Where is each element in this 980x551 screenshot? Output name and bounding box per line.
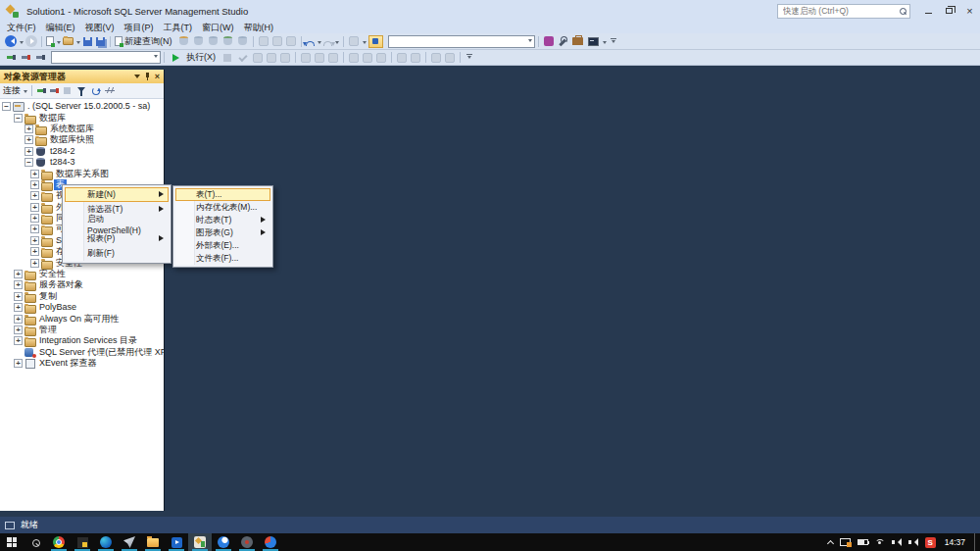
quick-launch-box[interactable]: [777, 4, 910, 19]
client-statistics-button[interactable]: [313, 53, 326, 63]
new-dropdown-icon[interactable]: [57, 41, 61, 46]
uncomment-button[interactable]: [409, 53, 422, 63]
menu-item[interactable]: 内存优化表(M)...: [175, 201, 270, 214]
undo-dropdown-icon[interactable]: [318, 41, 321, 46]
feedback-button[interactable]: [368, 35, 384, 48]
tree-node[interactable]: . (SQL Server 15.0.2000.5 - sa): [0, 101, 164, 112]
activity-monitor-icon[interactable]: [105, 87, 115, 94]
execute-button[interactable]: 执行(X): [168, 51, 220, 64]
debug-target-button[interactable]: [347, 36, 361, 46]
expand-icon[interactable]: [14, 336, 23, 345]
command-window-button[interactable]: [586, 37, 601, 46]
results-to-text-button[interactable]: [347, 53, 361, 63]
cut-button[interactable]: [257, 36, 270, 46]
input-method-icon[interactable]: S: [925, 537, 936, 548]
menubar-item-7[interactable]: 帮助(H): [239, 22, 279, 34]
analysis-query-button[interactable]: [191, 36, 206, 46]
menu-item[interactable]: 启动 PowerShell(H): [65, 217, 169, 231]
menubar-item-6[interactable]: 窗口(W): [197, 22, 239, 34]
refresh-icon[interactable]: [92, 87, 100, 95]
tree-node[interactable]: XEvent 探查器: [0, 358, 164, 369]
decrease-indent-button[interactable]: [429, 53, 443, 63]
disconnect-icon[interactable]: [37, 86, 46, 95]
disconnect-query-button[interactable]: [19, 53, 33, 62]
paste-button[interactable]: [284, 36, 298, 46]
expand-icon[interactable]: [30, 247, 39, 256]
save-all-button[interactable]: [94, 37, 107, 46]
window-dropdown-icon[interactable]: [603, 41, 607, 46]
copy-button[interactable]: [270, 36, 284, 46]
open-file-button[interactable]: [62, 37, 74, 45]
taskbar-app-movies-tv[interactable]: [165, 533, 188, 551]
live-query-stats-button[interactable]: [326, 53, 340, 63]
menu-item[interactable]: 报表(P): [65, 231, 169, 246]
cancel-query-button[interactable]: [220, 54, 235, 62]
close-button[interactable]: ×: [959, 0, 980, 22]
tree-node[interactable]: 服务器对象: [0, 279, 164, 290]
toolbar-overflow-button[interactable]: [611, 38, 616, 45]
tree-node[interactable]: 复制: [0, 291, 164, 302]
taskbar-app-ssms[interactable]: [188, 533, 212, 551]
tree-node[interactable]: 数据库关系图: [0, 168, 164, 178]
tray-expand-icon[interactable]: [827, 539, 834, 546]
query-options-button[interactable]: [265, 53, 278, 63]
tree-node[interactable]: Always On 高可用性: [0, 313, 164, 324]
comment-button[interactable]: [395, 53, 409, 63]
window-position-icon[interactable]: [134, 75, 140, 81]
menubar-item-3[interactable]: 视图(V): [80, 22, 120, 34]
panel-close-button[interactable]: ×: [155, 73, 160, 80]
tree-node[interactable]: 安全性: [0, 269, 164, 279]
minimize-button[interactable]: [918, 0, 939, 22]
taskbar-app-chrome[interactable]: [47, 533, 71, 551]
taskbar-search-button[interactable]: [24, 533, 47, 551]
expand-icon[interactable]: [14, 326, 23, 334]
taskbar-app-recorder[interactable]: [235, 533, 259, 551]
new-query-button[interactable]: 新建查询(N): [114, 35, 176, 48]
filter-icon[interactable]: [77, 87, 85, 92]
debug-dropdown-icon[interactable]: [363, 41, 367, 46]
expand-icon[interactable]: [14, 315, 23, 324]
speaker-icon[interactable]: [892, 538, 902, 546]
tree-node[interactable]: t284-3: [0, 157, 164, 168]
toolbar-combo[interactable]: [388, 35, 535, 48]
expand-icon[interactable]: [24, 135, 33, 144]
expand-icon[interactable]: [30, 225, 39, 233]
expand-icon[interactable]: [14, 359, 23, 368]
menu-item[interactable]: 外部表(E)...: [175, 239, 270, 252]
expand-icon[interactable]: [30, 214, 39, 223]
quick-launch-input[interactable]: [781, 5, 900, 17]
menubar-item-5[interactable]: 工具(T): [159, 22, 198, 34]
expand-icon[interactable]: [14, 292, 23, 301]
tree-node[interactable]: 系统数据库: [0, 124, 164, 134]
restore-button[interactable]: [939, 0, 959, 22]
menubar-item-4[interactable]: 项目(P): [120, 22, 159, 34]
tree-node[interactable]: t284-2: [0, 146, 164, 157]
connect-query-button[interactable]: [4, 53, 19, 62]
menubar-item-2[interactable]: 编辑(E): [41, 22, 80, 34]
tree-node[interactable]: Integration Services 目录: [0, 335, 164, 346]
results-to-file-button[interactable]: [374, 53, 388, 63]
menu-item[interactable]: 时态表(T): [175, 214, 270, 226]
collapse-icon[interactable]: [2, 102, 11, 111]
taskbar-app-file-explorer[interactable]: [141, 533, 165, 551]
menu-item[interactable]: 表(T)...: [175, 188, 270, 201]
expand-icon[interactable]: [30, 203, 39, 212]
stop-connection-icon[interactable]: [50, 86, 59, 95]
redo-button[interactable]: [322, 37, 333, 46]
menu-item[interactable]: 新建(N): [65, 187, 169, 202]
collapse-icon[interactable]: [14, 114, 23, 123]
dmx-query-button[interactable]: [220, 36, 235, 46]
parse-button[interactable]: [235, 55, 251, 60]
volume-icon[interactable]: [908, 538, 918, 546]
wifi-icon[interactable]: [875, 539, 885, 549]
display-tray-icon[interactable]: [840, 538, 851, 546]
expand-icon[interactable]: [14, 270, 23, 278]
change-connection-button[interactable]: [33, 53, 48, 62]
expand-icon[interactable]: [30, 180, 39, 189]
undo-button[interactable]: [305, 37, 316, 46]
menu-item[interactable]: 图形表(G): [175, 226, 270, 239]
menubar-item-1[interactable]: 文件(F): [2, 22, 41, 34]
pin-icon[interactable]: [146, 73, 149, 80]
expand-icon[interactable]: [30, 170, 39, 178]
tree-node[interactable]: 管理: [0, 325, 164, 335]
